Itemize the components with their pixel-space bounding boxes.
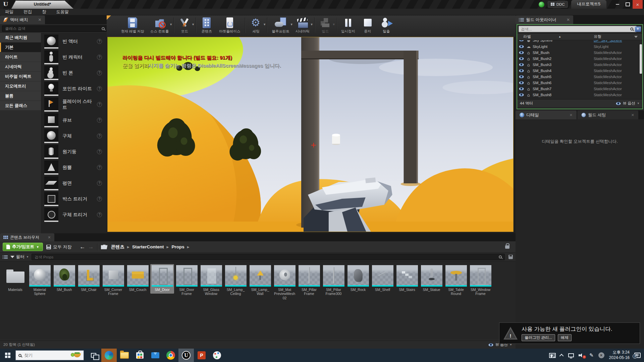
visibility-eye-icon[interactable]: [519, 51, 524, 54]
toolbar-button[interactable]: 빌드: [316, 17, 335, 34]
asset-tile[interactable]: SM_Mat PreviewMesh 02: [273, 264, 297, 302]
help-icon[interactable]: [97, 86, 102, 91]
close-tab-icon[interactable]: [567, 17, 570, 22]
actor-category[interactable]: 최근 배치됨: [0, 33, 41, 42]
outliner-search-input[interactable]: [519, 26, 637, 32]
outliner-row[interactable]: SM_Bush5 StaticMeshActor: [517, 74, 642, 80]
close-tab-icon[interactable]: [570, 113, 573, 117]
place-actor-item[interactable]: 플레이어 스타트: [41, 97, 107, 112]
3d-viewport[interactable]: 라이팅을 다시 빌드해야 합니다 (빌드 필요: 91개) 문을 열거라 시지를…: [107, 37, 514, 232]
actor-category[interactable]: 지오메트리: [0, 81, 41, 91]
breadcrumb-item[interactable]: StarterContent: [132, 244, 164, 249]
breadcrumb-arrow-icon[interactable]: [187, 245, 190, 249]
toolbar-button[interactable]: 현재 레벨 저장: [118, 17, 147, 34]
place-actor-item[interactable]: 빈 폰: [41, 65, 107, 81]
store-taskbar-button[interactable]: [132, 349, 148, 362]
content-browser-tab[interactable]: 콘텐츠 브라우저: [0, 233, 54, 241]
class-search-input[interactable]: [2, 25, 109, 32]
type-filter-icon[interactable]: [634, 36, 638, 38]
asset-tile[interactable]: SM_Door: [150, 264, 174, 294]
help-icon[interactable]: [97, 212, 102, 217]
save-search-icon[interactable]: [508, 255, 513, 259]
outliner-row[interactable]: Sky Sphere BP_Sky_Sphere: [517, 40, 642, 44]
place-actor-item[interactable]: 큐브: [41, 112, 107, 128]
outliner-row[interactable]: SM_Bush8 StaticMeshActor: [517, 92, 642, 98]
asset-tile[interactable]: SM_Pillar Frame: [297, 264, 321, 298]
taskbar-search-box[interactable]: [15, 350, 84, 360]
place-actor-item[interactable]: 빈 액터: [41, 34, 107, 49]
asset-tile[interactable]: SM_Door Frame: [175, 264, 199, 298]
label-column-header[interactable]: 라벨: [523, 34, 531, 39]
asset-tile[interactable]: SM_Corner Frame: [101, 264, 125, 298]
asset-tile[interactable]: SM_Pillar Frame300: [322, 264, 345, 298]
visibility-eye-icon[interactable]: [519, 81, 524, 84]
place-actor-item[interactable]: 빈 캐릭터: [41, 49, 107, 65]
toolbar-button[interactable]: 모드: [175, 17, 194, 34]
actor-category[interactable]: 비주얼 이펙트: [0, 72, 41, 81]
add-actor-icon[interactable]: [635, 26, 641, 32]
taskbar-clock[interactable]: 오후 3:24 2024-05-16: [609, 350, 630, 360]
navigate-forward-button[interactable]: →: [88, 244, 94, 250]
dropdown-caret-icon[interactable]: [263, 23, 266, 26]
breadcrumb-arrow-icon[interactable]: [166, 245, 169, 249]
close-tab-icon[interactable]: [631, 113, 634, 117]
outliner-row[interactable]: SM_Bush StaticMeshActor: [517, 50, 642, 56]
add-import-button[interactable]: 추가/임포트 ▼: [3, 243, 43, 251]
visibility-eye-icon[interactable]: [519, 40, 524, 42]
taco-search-highlight-icon[interactable]: [73, 353, 81, 357]
place-actor-item[interactable]: 포인트 라이트: [41, 81, 107, 97]
menu-item[interactable]: 편집: [18, 9, 37, 15]
maximize-button[interactable]: [623, 0, 633, 9]
type-column-header[interactable]: 유형: [594, 34, 601, 39]
outliner-row[interactable]: SM_Bush3 StaticMeshActor: [517, 62, 642, 68]
help-icon[interactable]: [97, 196, 102, 201]
ddc-button[interactable]: DDC: [548, 1, 568, 8]
tray-app-icon[interactable]: ×: [598, 352, 604, 358]
notification-button[interactable]: 해제: [558, 334, 572, 341]
asset-tile[interactable]: SM_Bush: [52, 264, 76, 294]
asset-tile[interactable]: SM_Lamp_ Wall: [248, 264, 272, 298]
actor-category[interactable]: 기본: [0, 43, 41, 52]
menu-item[interactable]: 도움말: [51, 9, 74, 15]
asset-tile[interactable]: Materials: [3, 264, 27, 294]
menu-item[interactable]: 파일: [0, 9, 18, 15]
asset-tile[interactable]: SM_Shelf: [371, 264, 394, 294]
notification-button[interactable]: 플러그인 관리...: [522, 334, 555, 341]
place-actors-tab[interactable]: 액터 배치: [0, 15, 45, 24]
close-button[interactable]: ×: [633, 0, 643, 9]
world-outliner-tab[interactable]: 월드 아웃라이너: [516, 15, 573, 24]
task-view-button[interactable]: [86, 349, 101, 362]
close-tab-icon[interactable]: [38, 17, 41, 22]
toolbar-button[interactable]: 마켓플레이스: [216, 17, 243, 34]
dropdown-caret-icon[interactable]: [192, 23, 195, 26]
actor-category[interactable]: 라이트: [0, 52, 41, 62]
help-icon[interactable]: [97, 133, 102, 138]
toolbar-button[interactable]: 블루프린트: [269, 17, 292, 34]
visibility-eye-icon[interactable]: [519, 57, 524, 60]
place-actor-item[interactable]: 원뿔: [41, 160, 107, 175]
visibility-eye-icon[interactable]: [519, 75, 524, 78]
help-icon[interactable]: [97, 181, 102, 186]
actor-category[interactable]: 볼륨: [0, 91, 41, 101]
outliner-row[interactable]: SM_Bush7 StaticMeshActor: [517, 86, 642, 92]
toolbar-button[interactable]: 중지: [358, 17, 377, 34]
navigate-back-button[interactable]: ←: [80, 244, 86, 250]
asset-tile[interactable]: SM_Window Frame: [469, 264, 492, 298]
toolbar-button[interactable]: 콘텐츠: [197, 17, 216, 34]
visibility-eye-icon[interactable]: [519, 93, 524, 97]
dropdown-caret-icon[interactable]: [169, 23, 172, 26]
place-actor-item[interactable]: 원기둥: [41, 144, 107, 160]
toolbar-button[interactable]: 소스 컨트롤: [147, 17, 172, 34]
paint-taskbar-button[interactable]: [209, 349, 225, 362]
notification-center-icon[interactable]: 3: [634, 353, 641, 358]
breadcrumb-item[interactable]: Props: [171, 244, 184, 249]
save-all-button[interactable]: 모두 저장: [46, 244, 72, 250]
minimize-button[interactable]: [612, 0, 623, 9]
details-tab[interactable]: 디테일: [516, 111, 577, 119]
asset-tile[interactable]: SM_Statue: [420, 264, 443, 294]
breadcrumb-item[interactable]: 콘텐츠: [111, 244, 125, 250]
outliner-column-header[interactable]: 라벨 ▲ 유형: [517, 33, 642, 40]
world-settings-tab[interactable]: 월드 세팅: [577, 111, 638, 119]
actor-category[interactable]: 시네마틱: [0, 62, 41, 71]
asset-tile[interactable]: SM_Lamp_ Ceiling: [224, 264, 248, 298]
